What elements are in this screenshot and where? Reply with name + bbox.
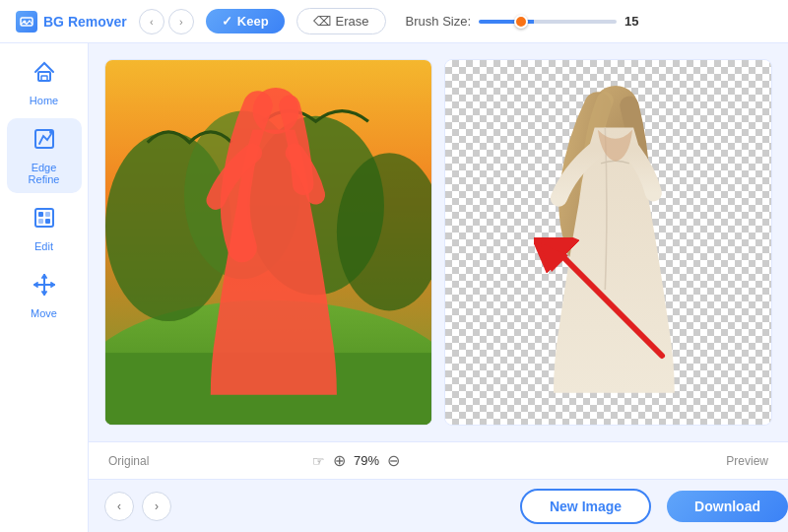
original-label: Original xyxy=(108,454,149,468)
sidebar-item-move[interactable]: Move xyxy=(7,264,82,327)
zoom-out-icon[interactable]: ⊖ xyxy=(387,451,400,470)
edit-icon xyxy=(32,205,57,236)
original-image xyxy=(105,60,431,425)
preview-label: Preview xyxy=(726,454,768,468)
logo-icon xyxy=(16,11,37,33)
nav-bottom: ‹ › xyxy=(104,492,171,521)
sidebar-item-home-label: Home xyxy=(30,95,58,106)
image-panels xyxy=(89,43,788,441)
sidebar-item-home[interactable]: Home xyxy=(7,51,82,114)
download-button[interactable]: Download xyxy=(667,491,788,522)
new-image-button[interactable]: New Image xyxy=(520,489,651,524)
zoom-in-icon[interactable]: ⊕ xyxy=(333,451,346,470)
svg-rect-9 xyxy=(38,219,43,224)
new-image-label: New Image xyxy=(550,499,622,514)
preview-image xyxy=(445,60,771,425)
sidebar-item-edit[interactable]: Edit xyxy=(7,197,82,260)
keep-button[interactable]: ✓ Keep xyxy=(206,9,285,33)
forward-icon: › xyxy=(179,16,183,28)
svg-rect-10 xyxy=(45,219,50,224)
nav-arrows: ‹ › xyxy=(139,9,194,34)
move-icon xyxy=(32,272,57,303)
keep-label: Keep xyxy=(237,14,269,29)
svg-rect-3 xyxy=(41,76,47,81)
next-icon: › xyxy=(155,499,159,513)
home-icon xyxy=(32,59,57,91)
app-logo: BG Remover xyxy=(16,11,127,33)
brush-size-slider[interactable] xyxy=(479,20,617,24)
next-button[interactable]: › xyxy=(142,492,171,521)
svg-point-5 xyxy=(49,130,53,134)
erase-label: Erase xyxy=(336,14,369,29)
erase-button[interactable]: ⌫ Erase xyxy=(296,8,386,34)
eraser-icon: ⌫ xyxy=(313,14,331,29)
content-area: Original ☞ ⊕ 79% ⊖ Preview ‹ › New Image xyxy=(89,43,788,532)
sidebar-item-edit-label: Edit xyxy=(34,240,53,252)
action-bar: ‹ › New Image Download xyxy=(89,479,788,532)
checkmark-icon: ✓ xyxy=(222,14,232,29)
preview-panel xyxy=(444,59,772,426)
forward-arrow[interactable]: › xyxy=(168,9,194,34)
hand-icon[interactable]: ☞ xyxy=(312,453,325,469)
sidebar-item-move-label: Move xyxy=(31,307,57,319)
prev-button[interactable]: ‹ xyxy=(104,492,134,521)
toolbar: BG Remover ‹ › ✓ Keep ⌫ Erase Brush Size… xyxy=(0,0,788,43)
download-label: Download xyxy=(694,499,760,514)
prev-icon: ‹ xyxy=(117,499,121,513)
back-icon: ‹ xyxy=(150,16,154,28)
status-bar: Original ☞ ⊕ 79% ⊖ Preview xyxy=(89,441,788,479)
sidebar-item-edge-refine-label: Edge Refine xyxy=(19,162,70,185)
brush-size-control: Brush Size: 15 xyxy=(398,14,772,29)
app-title: BG Remover xyxy=(43,14,127,30)
svg-rect-6 xyxy=(35,209,53,227)
sidebar: Home Edge Refine xyxy=(0,43,89,532)
zoom-value: 79% xyxy=(354,453,379,468)
main-layout: Home Edge Refine xyxy=(0,43,788,532)
brush-size-label: Brush Size: xyxy=(406,14,471,29)
sidebar-item-edge-refine[interactable]: Edge Refine xyxy=(7,118,82,193)
original-panel xyxy=(104,59,432,426)
svg-rect-8 xyxy=(45,212,50,217)
brush-size-value: 15 xyxy=(624,14,648,29)
back-arrow[interactable]: ‹ xyxy=(139,9,164,34)
zoom-controls: ☞ ⊕ 79% ⊖ xyxy=(312,451,400,470)
svg-rect-7 xyxy=(38,212,43,217)
edge-refine-icon xyxy=(32,126,57,158)
